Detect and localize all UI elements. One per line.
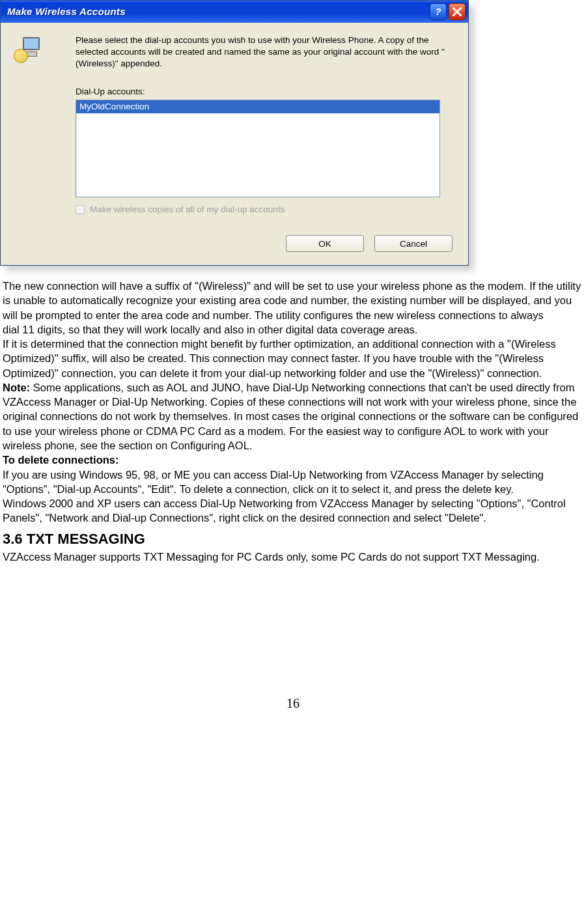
note-label: Note: [3,382,30,393]
computers-icon [14,37,45,63]
dialog-icon [14,35,76,70]
help-button[interactable]: ? [430,3,447,20]
ok-button[interactable]: OK [286,235,364,252]
document-text: The new connection will have a suffix of… [0,272,586,564]
note-paragraph: Note: Some applications, such as AOL and… [3,380,583,453]
list-label: Dial-Up accounts: [76,86,455,98]
paragraph: If it is determined that the connection … [3,337,583,380]
note-body: Some applications, such as AOL and JUNO,… [3,382,578,451]
delete-heading: To delete connections: [3,453,583,467]
make-wireless-accounts-dialog: Make Wireless Accounts ? Please select t… [0,0,469,266]
paragraph: dial 11 digits, so that they will work l… [3,322,583,337]
paragraph: Windows 2000 and XP users can access Dia… [3,496,583,525]
make-copies-checkbox-row: Make wireless copies of all of my dial-u… [76,204,455,216]
dial-up-accounts-listbox[interactable]: MyOldConnection [76,100,440,197]
dialog-screenshot: Make Wireless Accounts ? Please select t… [0,0,586,272]
make-copies-checkbox[interactable] [76,205,85,214]
dialog-title: Make Wireless Accounts [7,5,428,18]
paragraph: VZAccess Manager supports TXT Messaging … [3,550,583,564]
dialog-instruction: Please select the dial-up accounts you w… [76,35,455,70]
paragraph: The new connection will have a suffix of… [3,279,583,322]
cancel-button[interactable]: Cancel [374,235,453,252]
list-item[interactable]: MyOldConnection [76,100,440,113]
close-button[interactable] [449,3,466,20]
titlebar[interactable]: Make Wireless Accounts ? [1,1,468,23]
dialog-body: Please select the dial-up accounts you w… [1,23,468,265]
section-heading: 3.6 TXT MESSAGING [3,529,583,549]
dialog-buttons: OK Cancel [14,235,455,252]
paragraph: If you are using Windows 95, 98, or ME y… [3,468,583,497]
checkbox-label: Make wireless copies of all of my dial-u… [90,204,285,216]
page-number: 16 [0,695,586,712]
document-page: Make Wireless Accounts ? Please select t… [0,0,586,738]
close-icon [453,7,462,16]
